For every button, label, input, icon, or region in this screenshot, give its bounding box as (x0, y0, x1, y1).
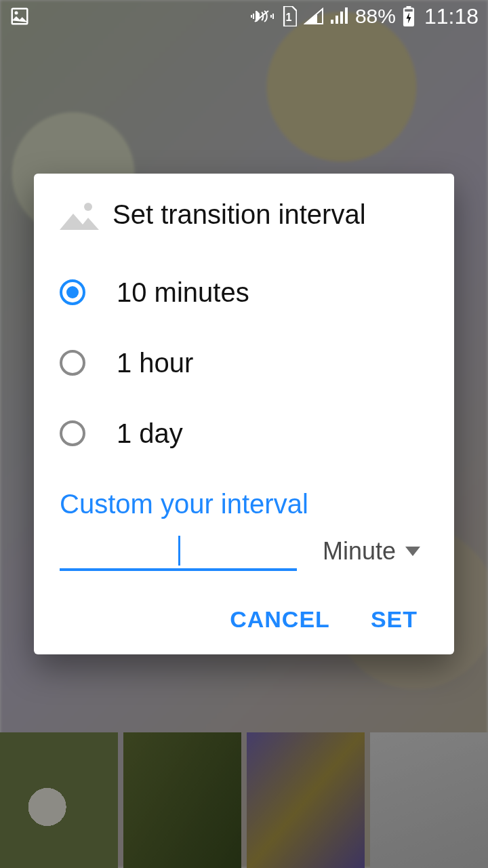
dialog-title: Set transition interval (113, 199, 366, 230)
set-button[interactable]: SET (371, 606, 418, 633)
option-1-day[interactable]: 1 day (60, 398, 428, 469)
svg-rect-7 (345, 7, 348, 24)
svg-point-11 (84, 203, 92, 211)
chevron-down-icon (405, 547, 420, 556)
svg-text:1: 1 (285, 11, 291, 23)
battery-percent: 88% (355, 5, 396, 28)
option-10-minutes[interactable]: 10 minutes (60, 257, 428, 328)
custom-interval-row: Minute (34, 533, 454, 585)
radio-icon (60, 350, 85, 376)
interval-options: 10 minutes 1 hour 1 day (34, 250, 454, 469)
clock-text: 11:18 (424, 4, 479, 29)
sim-card-icon: 1 (281, 6, 297, 26)
option-label: 10 minutes (117, 277, 249, 308)
option-label: 1 day (117, 418, 183, 449)
image-placeholder-icon (60, 200, 99, 230)
dialog-actions: CANCEL SET (34, 585, 454, 633)
image-notification-icon (9, 6, 30, 26)
text-cursor (178, 536, 180, 566)
option-1-hour[interactable]: 1 hour (60, 328, 428, 398)
signal-1-icon (304, 7, 324, 25)
battery-charging-icon (403, 6, 415, 26)
signal-2-icon (331, 7, 348, 25)
svg-rect-6 (340, 12, 343, 24)
custom-interval-input[interactable] (60, 533, 297, 571)
dialog-header: Set transition interval (34, 199, 454, 250)
radio-icon (60, 420, 85, 446)
svg-rect-9 (406, 6, 411, 8)
transition-interval-dialog: Set transition interval 10 minutes 1 hou… (34, 174, 454, 654)
unit-selected-text: Minute (323, 537, 396, 566)
svg-rect-5 (336, 16, 338, 24)
unit-dropdown[interactable]: Minute (323, 537, 420, 571)
svg-point-1 (15, 12, 18, 15)
svg-rect-4 (331, 20, 333, 24)
custom-interval-label: Custom your interval (34, 469, 454, 533)
radio-icon (60, 279, 85, 305)
status-bar: 1 88% 11:18 (0, 0, 488, 33)
option-label: 1 hour (117, 348, 193, 378)
cancel-button[interactable]: CANCEL (230, 606, 330, 633)
vibrate-mute-icon (251, 6, 274, 26)
